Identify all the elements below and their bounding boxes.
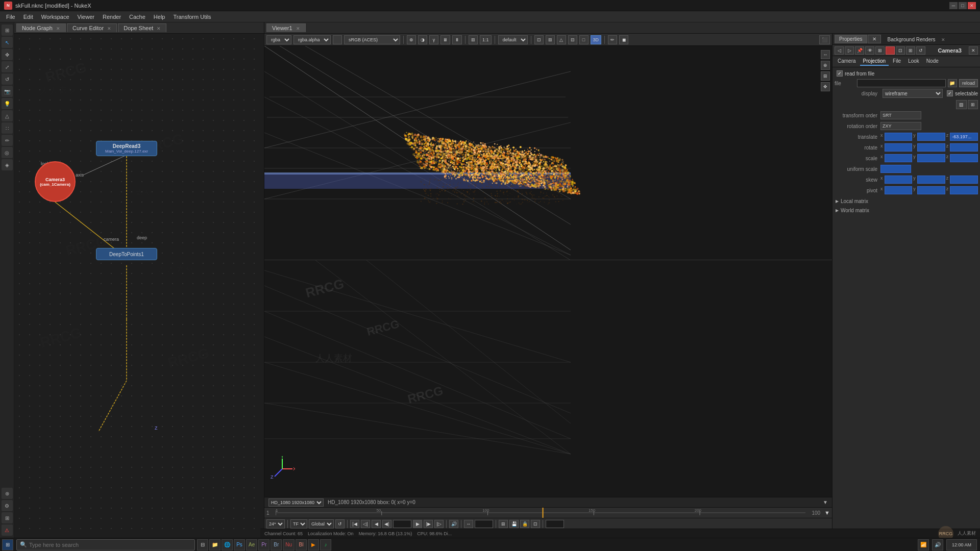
spotify-button[interactable]: ♪ bbox=[320, 539, 331, 550]
loop-btn[interactable]: ↺ bbox=[335, 519, 345, 529]
node-deeptopoints1[interactable]: DeepToPoints1 bbox=[96, 248, 157, 260]
prop-tool-paste[interactable]: ⊞ bbox=[906, 46, 915, 55]
sidebar-alert-icon[interactable]: ⚠ bbox=[2, 524, 13, 536]
scale-x-input[interactable] bbox=[885, 154, 913, 162]
play-start-btn[interactable]: |◀ bbox=[350, 520, 359, 528]
loop-mode-btn[interactable]: ↔ bbox=[464, 520, 473, 528]
end-frame-input[interactable]: 100 bbox=[546, 520, 564, 528]
sidebar-channel-icon[interactable]: ⊛ bbox=[2, 488, 13, 499]
current-frame-input[interactable]: 127 bbox=[393, 520, 411, 528]
menu-help[interactable]: Help bbox=[150, 13, 169, 21]
search-bar[interactable]: 🔍 bbox=[16, 539, 195, 550]
explorer-button[interactable]: 📁 bbox=[209, 539, 220, 550]
tab-curveeditor-close[interactable]: ✕ bbox=[107, 26, 111, 31]
pivot-x-input[interactable] bbox=[885, 186, 913, 194]
display-dropdown[interactable]: wireframe solid textured bbox=[883, 89, 943, 98]
search-input[interactable] bbox=[29, 542, 191, 548]
prop-tool-copy[interactable]: ⊡ bbox=[896, 46, 905, 55]
sidebar-select-icon[interactable]: ↖ bbox=[2, 37, 13, 48]
rotate-z-input[interactable] bbox=[950, 143, 978, 152]
tab-viewer1[interactable]: Viewer1 ✕ bbox=[266, 23, 306, 32]
menu-transform-utils[interactable]: Transform Utils bbox=[169, 13, 215, 21]
sidebar-light-icon[interactable]: 💡 bbox=[2, 98, 13, 109]
audio-btn[interactable]: 🔊 bbox=[449, 520, 458, 528]
premiere-button[interactable]: Pr bbox=[258, 539, 270, 550]
scale-y-input[interactable] bbox=[917, 154, 945, 162]
prop-subtab-look[interactable]: Look bbox=[905, 57, 922, 66]
maximize-button[interactable]: □ bbox=[959, 2, 967, 9]
step-fwd-btn[interactable]: |▷ bbox=[434, 520, 444, 528]
rgba-dropdown[interactable]: rgba bbox=[266, 35, 291, 44]
prop-tool-expand[interactable]: ⊞ bbox=[875, 46, 885, 55]
global-select[interactable]: Global bbox=[309, 519, 334, 529]
rotate-x-input[interactable] bbox=[885, 143, 913, 152]
read-from-file-checkbox[interactable] bbox=[837, 70, 843, 77]
nuke-button[interactable]: Nu bbox=[283, 539, 295, 550]
sidebar-home-icon[interactable]: ⊞ bbox=[2, 24, 13, 36]
prop-tool-reset[interactable]: ↺ bbox=[916, 46, 925, 55]
overlay-btn[interactable]: △ bbox=[557, 35, 566, 44]
sidebar-scale-icon[interactable]: ⤢ bbox=[2, 61, 13, 72]
tab-nodegraph-close[interactable]: ✕ bbox=[56, 26, 60, 31]
taskview-button[interactable]: ⊟ bbox=[197, 539, 208, 550]
selectable-checkbox[interactable] bbox=[947, 90, 953, 96]
scale-z-input[interactable] bbox=[950, 154, 978, 162]
timeline-expand[interactable]: ▼ bbox=[824, 510, 830, 516]
node-canvas[interactable]: RRCG 人人素材 RRCG 人人素材 RRCG 人人素材 RRCG RRCG bbox=[14, 34, 264, 538]
play-fwd-btn[interactable]: ▶ bbox=[413, 520, 422, 528]
prop-tool-close[interactable]: ✕ bbox=[969, 46, 978, 55]
menu-workspace[interactable]: Workspace bbox=[37, 13, 74, 21]
volume-icon[interactable]: 🔊 bbox=[932, 539, 943, 550]
prop-tool-2[interactable]: ▷ bbox=[845, 46, 854, 55]
rotation-order-value[interactable]: ZXY bbox=[880, 122, 921, 130]
snap-btn[interactable]: ⊞ bbox=[499, 520, 508, 528]
2d-btn[interactable]: ⊡ bbox=[534, 35, 544, 44]
vp-tool-2[interactable]: ⊕ bbox=[821, 61, 830, 70]
tab-dopesheet[interactable]: Dope Sheet ✕ bbox=[118, 23, 166, 32]
bg-renders-close[interactable]: ✕ bbox=[941, 37, 945, 42]
pivot-y-input[interactable] bbox=[917, 186, 945, 194]
expand-btn[interactable]: ⬛ bbox=[819, 35, 830, 44]
translate-z-input[interactable]: -63.197... bbox=[950, 133, 978, 141]
prop-tab-close[interactable]: ✕ bbox=[868, 35, 881, 43]
prop-tab-properties[interactable]: Properties bbox=[835, 35, 867, 43]
sidebar-camera-icon[interactable]: 📷 bbox=[2, 86, 13, 97]
tf-select[interactable]: TF bbox=[290, 519, 307, 529]
world-matrix-header[interactable]: ▶ World matrix bbox=[835, 206, 978, 215]
gamma-btn[interactable]: γ bbox=[429, 35, 438, 44]
transform-grid-btn[interactable]: ▨ bbox=[956, 100, 967, 109]
tab-nodegraph[interactable]: Node Graph ✕ bbox=[16, 23, 66, 32]
colorspace-dropdown[interactable]: sRGB (ACES) bbox=[344, 35, 400, 44]
skew-y-input[interactable] bbox=[917, 176, 945, 184]
local-matrix-header[interactable]: ▶ Local matrix bbox=[835, 196, 978, 206]
minimize-button[interactable]: ─ bbox=[949, 2, 958, 9]
grid-btn[interactable]: ⊞ bbox=[546, 35, 555, 44]
sidebar-roto-icon[interactable]: ◎ bbox=[2, 147, 13, 158]
node-camera3[interactable]: Camera3 (cam_1Camera) bbox=[35, 161, 76, 202]
network-icon[interactable]: 📶 bbox=[918, 539, 929, 550]
file-path-input[interactable]: //02_Tutorials/Skull/ABC/cam.abc bbox=[857, 79, 946, 87]
viewport-lower[interactable]: RRCG RRCG 人人素材 RRCG X Y Z bbox=[264, 260, 832, 497]
zoom-fit-btn[interactable]: ⊞ bbox=[469, 35, 478, 44]
pivot-z-input[interactable] bbox=[950, 186, 978, 194]
cache-btn[interactable]: 💾 bbox=[509, 520, 519, 528]
fps-select[interactable]: 24* bbox=[266, 519, 285, 529]
sidebar-geo-icon[interactable]: △ bbox=[2, 110, 13, 121]
stop-btn[interactable]: ◀| bbox=[382, 520, 391, 528]
translate-y-input[interactable] bbox=[917, 133, 945, 141]
node-deepread3[interactable]: DeepRead3 Main_Vol_deep.127.exr bbox=[96, 141, 157, 156]
tab-dopesheet-close[interactable]: ✕ bbox=[157, 26, 161, 31]
sidebar-particle-icon[interactable]: ∷ bbox=[2, 122, 13, 134]
menu-cache[interactable]: Cache bbox=[125, 13, 150, 21]
sidebar-rotate-icon[interactable]: ↺ bbox=[2, 73, 13, 85]
prop-subtab-projection[interactable]: Projection bbox=[860, 57, 889, 66]
skew-x-input[interactable] bbox=[885, 176, 913, 184]
select-btn[interactable]: □ bbox=[579, 35, 589, 44]
bridge-button[interactable]: Br bbox=[271, 539, 282, 550]
prop-subtab-node[interactable]: Node bbox=[923, 57, 942, 66]
3d-btn[interactable]: 3D bbox=[591, 35, 602, 44]
translate-x-input[interactable] bbox=[885, 133, 913, 141]
play-back-btn[interactable]: ◀ bbox=[372, 520, 381, 528]
prop-subtab-camera[interactable]: Camera bbox=[835, 57, 859, 66]
vlc-button[interactable]: ▶ bbox=[308, 539, 319, 550]
